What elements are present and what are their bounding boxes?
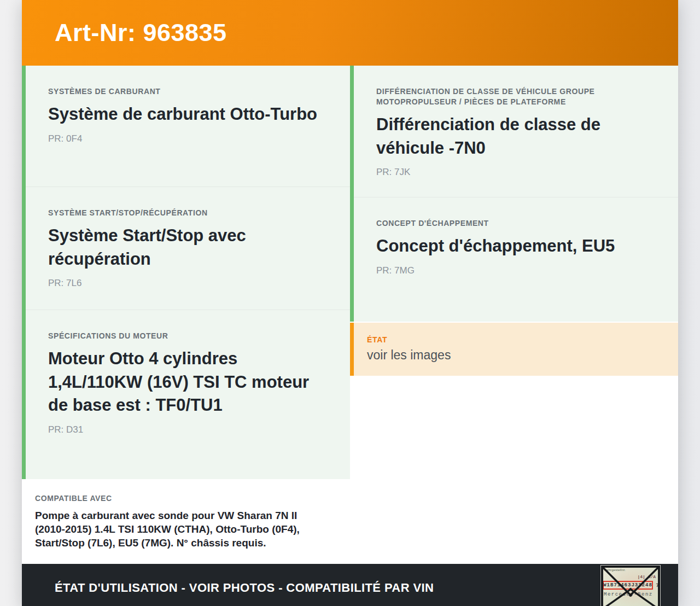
card-title: Système de carburant Otto-Turbo xyxy=(48,103,328,126)
pr-code: PR: 7JK xyxy=(376,167,656,178)
pr-code: PR: 7MG xyxy=(376,265,656,276)
condition-block: ÉTAT voir les images xyxy=(350,323,678,376)
left-column: SYSTÈMES DE CARBURANT Système de carbura… xyxy=(22,66,350,564)
page-header: Art-Nr: 963835 xyxy=(22,0,678,66)
card-title: Moteur Otto 4 cylindres 1,4L/110KW (16V)… xyxy=(48,347,328,417)
right-green-panel: DIFFÉRENCIATION DE CLASSE DE VÉHICULE GR… xyxy=(350,66,678,322)
card-title: Système Start/Stop avec récupération xyxy=(48,224,328,271)
card-fuel-system: SYSTÈMES DE CARBURANT Système de carbura… xyxy=(26,66,350,187)
right-empty-area xyxy=(350,376,678,564)
condition-label: ÉTAT xyxy=(367,335,662,344)
card-overline: SYSTÈME START/STOP/RÉCUPÉRATION xyxy=(48,208,328,218)
card-overline: SYSTÈMES DE CARBURANT xyxy=(48,86,328,97)
product-page: Art-Nr: 963835 SYSTÈMES DE CARBURANT Sys… xyxy=(22,0,678,606)
left-green-panel: SYSTÈMES DE CARBURANT Système de carbura… xyxy=(22,66,350,479)
card-title: Différenciation de classe de véhicule -7… xyxy=(376,113,656,160)
card-engine-specs: SPÉCIFICATIONS DU MOTEUR Moteur Otto 4 c… xyxy=(26,310,350,479)
compatible-text: Pompe à carburant avec sonde pour VW Sha… xyxy=(35,509,328,550)
card-exhaust-concept: CONCEPT D'ÉCHAPPEMENT Concept d'échappem… xyxy=(354,197,678,322)
envelope-icon xyxy=(601,566,660,606)
card-overline: DIFFÉRENCIATION DE CLASSE DE VÉHICULE GR… xyxy=(376,86,656,107)
page-title: Art-Nr: 963835 xyxy=(55,19,227,47)
card-title: Concept d'échappement, EU5 xyxy=(376,235,656,258)
pr-code: PR: 0F4 xyxy=(48,133,328,144)
card-start-stop: SYSTÈME START/STOP/RÉCUPÉRATION Système … xyxy=(26,187,350,310)
footer-bar: ÉTAT D'UTILISATION - VOIR PHOTOS - COMPA… xyxy=(22,564,678,606)
condition-text: voir les images xyxy=(367,348,662,363)
vin-sample-image: Fahrgestellnr. |4| A/A W1B71463J31248 7 … xyxy=(600,565,661,606)
main-content: SYSTÈMES DE CARBURANT Système de carbura… xyxy=(22,66,678,564)
right-column: DIFFÉRENCIATION DE CLASSE DE VÉHICULE GR… xyxy=(350,66,678,564)
card-overline: SPÉCIFICATIONS DU MOTEUR xyxy=(48,331,328,341)
card-vehicle-class: DIFFÉRENCIATION DE CLASSE DE VÉHICULE GR… xyxy=(354,66,678,197)
footer-text: ÉTAT D'UTILISATION - VOIR PHOTOS - COMPA… xyxy=(55,581,600,595)
compatible-with-block: COMPATIBLE AVEC Pompe à carburant avec s… xyxy=(22,479,350,564)
pr-code: PR: D31 xyxy=(48,424,328,435)
pr-code: PR: 7L6 xyxy=(48,278,328,289)
card-overline: CONCEPT D'ÉCHAPPEMENT xyxy=(376,218,656,229)
compatible-overline: COMPATIBLE AVEC xyxy=(35,493,328,504)
